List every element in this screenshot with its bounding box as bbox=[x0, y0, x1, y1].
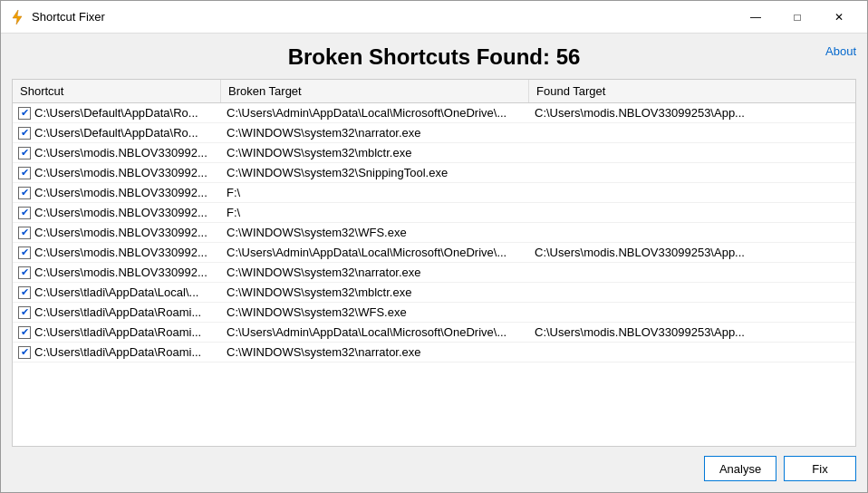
shortcuts-table: Shortcut Broken Target Found Target ✔ C:… bbox=[12, 79, 856, 447]
cell-found-7: C:\Users\modis.NBLOV33099253\App... bbox=[529, 244, 855, 261]
analyse-button[interactable]: Analyse bbox=[704, 456, 776, 481]
cell-found-1 bbox=[529, 131, 855, 135]
cell-shortcut-0: ✔ C:\Users\Default\AppData\Ro... bbox=[13, 104, 221, 121]
table-body: ✔ C:\Users\Default\AppData\Ro... C:\User… bbox=[13, 103, 855, 446]
fix-button[interactable]: Fix bbox=[784, 456, 856, 481]
row-checkbox-4[interactable]: ✔ bbox=[18, 187, 31, 199]
row-checkbox-2[interactable]: ✔ bbox=[18, 147, 31, 160]
cell-broken-8: C:\WINDOWS\system32\narrator.exe bbox=[221, 264, 529, 281]
row-checkbox-3[interactable]: ✔ bbox=[18, 167, 31, 179]
cell-broken-5: F:\ bbox=[221, 204, 529, 221]
cell-shortcut-3: ✔ C:\Users\modis.NBLOV33099​2... bbox=[13, 164, 221, 181]
table-row[interactable]: ✔ C:\Users\tladi\AppData\Roami... C:\WIN… bbox=[13, 303, 855, 323]
cell-found-10 bbox=[529, 311, 855, 314]
cell-found-9 bbox=[529, 291, 855, 295]
table-row[interactable]: ✔ C:\Users\tladi\AppData\Local\... C:\WI… bbox=[13, 283, 855, 303]
maximize-button[interactable]: □ bbox=[776, 1, 818, 34]
table-row[interactable]: ✔ C:\Users\tladi\AppData\Roami... C:\Use… bbox=[13, 323, 855, 343]
cell-shortcut-2: ✔ C:\Users\modis.NBLOV33099​2... bbox=[13, 144, 221, 161]
cell-broken-7: C:\Users\Admin\AppData\Local\Microsoft\O… bbox=[221, 244, 529, 261]
minimize-button[interactable]: — bbox=[735, 1, 776, 34]
table-row[interactable]: ✔ C:\Users\modis.NBLOV33099​2... C:\WIND… bbox=[13, 143, 855, 163]
cell-broken-12: C:\WINDOWS\system32\narrator.exe bbox=[221, 343, 529, 361]
col-header-broken: Broken Target bbox=[221, 80, 529, 102]
cell-shortcut-7: ✔ C:\Users\modis.NBLOV33099​2... bbox=[13, 244, 221, 261]
shortcut-path-0: C:\Users\Default\AppData\Ro... bbox=[34, 106, 198, 120]
cell-broken-0: C:\Users\Admin\AppData\Local\Microsoft\O… bbox=[221, 104, 529, 121]
main-window: Shortcut Fixer — □ ✕ Broken Shortcuts Fo… bbox=[0, 0, 868, 493]
cell-broken-11: C:\Users\Admin\AppData\Local\Microsoft\O… bbox=[221, 324, 529, 341]
cell-shortcut-6: ✔ C:\Users\modis.NBLOV33099​2... bbox=[13, 224, 221, 241]
about-link[interactable]: About bbox=[825, 44, 856, 58]
shortcut-path-3: C:\Users\modis.NBLOV33099​2... bbox=[34, 166, 207, 179]
shortcut-path-7: C:\Users\modis.NBLOV33099​2... bbox=[34, 246, 207, 259]
cell-shortcut-11: ✔ C:\Users\tladi\AppData\Roami... bbox=[13, 324, 221, 341]
footer-buttons: Analyse Fix bbox=[12, 447, 856, 481]
table-row[interactable]: ✔ C:\Users\Default\AppData\Ro... C:\WIND… bbox=[13, 123, 855, 143]
title-bar: Shortcut Fixer — □ ✕ bbox=[1, 1, 867, 34]
cell-found-8 bbox=[529, 271, 855, 275]
cell-broken-6: C:\WINDOWS\system32\WFS.exe bbox=[221, 224, 529, 241]
cell-found-12 bbox=[529, 351, 855, 354]
app-icon bbox=[8, 8, 26, 26]
row-checkbox-8[interactable]: ✔ bbox=[18, 266, 31, 279]
shortcut-path-4: C:\Users\modis.NBLOV33099​2... bbox=[34, 186, 207, 199]
window-controls: — □ ✕ bbox=[735, 1, 860, 34]
table-row[interactable]: ✔ C:\Users\modis.NBLOV33099​2... C:\WIND… bbox=[13, 263, 855, 283]
table-row[interactable]: ✔ C:\Users\modis.NBLOV33099​2... F:\ bbox=[13, 203, 855, 223]
col-header-found: Found Target bbox=[529, 80, 855, 102]
header-row: Broken Shortcuts Found: 56 About bbox=[12, 41, 856, 70]
cell-shortcut-1: ✔ C:\Users\Default\AppData\Ro... bbox=[13, 124, 221, 141]
shortcut-path-9: C:\Users\tladi\AppData\Local\... bbox=[34, 285, 198, 299]
shortcut-path-10: C:\Users\tladi\AppData\Roami... bbox=[34, 305, 201, 319]
row-checkbox-12[interactable]: ✔ bbox=[18, 346, 31, 359]
table-row[interactable]: ✔ C:\Users\modis.NBLOV33099​2... C:\WIND… bbox=[13, 163, 855, 183]
col-header-shortcut: Shortcut bbox=[13, 80, 221, 102]
cell-found-5 bbox=[529, 211, 855, 215]
cell-found-3 bbox=[529, 171, 855, 175]
shortcut-path-2: C:\Users\modis.NBLOV33099​2... bbox=[34, 146, 207, 160]
row-checkbox-9[interactable]: ✔ bbox=[18, 286, 31, 299]
table-row[interactable]: ✔ C:\Users\tladi\AppData\Roami... C:\WIN… bbox=[13, 343, 855, 362]
table-row[interactable]: ✔ C:\Users\Default\AppData\Ro... C:\User… bbox=[13, 103, 855, 123]
close-button[interactable]: ✕ bbox=[818, 1, 860, 34]
cell-found-11: C:\Users\modis.NBLOV33099253\App... bbox=[529, 324, 855, 341]
row-checkbox-0[interactable]: ✔ bbox=[18, 107, 31, 120]
cell-found-6 bbox=[529, 231, 855, 235]
cell-broken-2: C:\WINDOWS\system32\mblctr.exe bbox=[221, 144, 529, 161]
cell-found-2 bbox=[529, 151, 855, 155]
table-rows-container[interactable]: ✔ C:\Users\Default\AppData\Ro... C:\User… bbox=[13, 103, 855, 446]
row-checkbox-6[interactable]: ✔ bbox=[18, 227, 31, 239]
row-checkbox-11[interactable]: ✔ bbox=[18, 326, 31, 339]
cell-shortcut-5: ✔ C:\Users\modis.NBLOV33099​2... bbox=[13, 204, 221, 221]
shortcut-path-12: C:\Users\tladi\AppData\Roami... bbox=[34, 345, 201, 359]
svg-marker-0 bbox=[13, 10, 22, 24]
shortcut-path-5: C:\Users\modis.NBLOV33099​2... bbox=[34, 206, 207, 219]
cell-broken-4: F:\ bbox=[221, 184, 529, 201]
cell-broken-9: C:\WINDOWS\system32\mblctr.exe bbox=[221, 284, 529, 301]
table-row[interactable]: ✔ C:\Users\modis.NBLOV33099​2... C:\WIND… bbox=[13, 223, 855, 243]
cell-shortcut-12: ✔ C:\Users\tladi\AppData\Roami... bbox=[13, 343, 221, 361]
shortcut-path-11: C:\Users\tladi\AppData\Roami... bbox=[34, 325, 201, 339]
cell-broken-3: C:\WINDOWS\system32\SnippingTool.exe bbox=[221, 164, 529, 181]
cell-found-0: C:\Users\modis.NBLOV33099253\App... bbox=[529, 104, 855, 121]
table-header: Shortcut Broken Target Found Target bbox=[13, 80, 855, 103]
page-title: Broken Shortcuts Found: 56 bbox=[12, 44, 856, 70]
table-row[interactable]: ✔ C:\Users\modis.NBLOV33099​2... C:\User… bbox=[13, 243, 855, 263]
cell-shortcut-4: ✔ C:\Users\modis.NBLOV33099​2... bbox=[13, 184, 221, 201]
cell-broken-1: C:\WINDOWS\system32\narrator.exe bbox=[221, 124, 529, 141]
row-checkbox-10[interactable]: ✔ bbox=[18, 306, 31, 319]
shortcut-path-8: C:\Users\modis.NBLOV33099​2... bbox=[34, 266, 207, 279]
row-checkbox-7[interactable]: ✔ bbox=[18, 246, 31, 259]
row-checkbox-5[interactable]: ✔ bbox=[18, 207, 31, 219]
cell-shortcut-9: ✔ C:\Users\tladi\AppData\Local\... bbox=[13, 284, 221, 301]
shortcut-path-6: C:\Users\modis.NBLOV33099​2... bbox=[34, 226, 207, 239]
shortcut-path-1: C:\Users\Default\AppData\Ro... bbox=[34, 126, 198, 140]
title-bar-text: Shortcut Fixer bbox=[32, 10, 735, 24]
content-area: Broken Shortcuts Found: 56 About Shortcu… bbox=[1, 34, 867, 492]
table-row[interactable]: ✔ C:\Users\modis.NBLOV33099​2... F:\ bbox=[13, 183, 855, 203]
cell-shortcut-8: ✔ C:\Users\modis.NBLOV33099​2... bbox=[13, 264, 221, 281]
row-checkbox-1[interactable]: ✔ bbox=[18, 127, 31, 140]
cell-found-4 bbox=[529, 191, 855, 195]
cell-shortcut-10: ✔ C:\Users\tladi\AppData\Roami... bbox=[13, 304, 221, 321]
